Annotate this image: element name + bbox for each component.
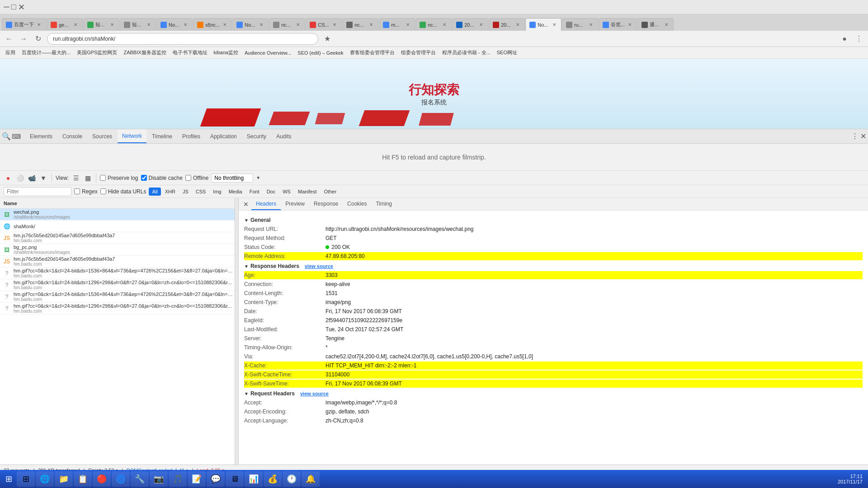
preserve-log-input[interactable] (100, 175, 106, 181)
browser-tab-t10[interactable]: nc... ✕ (342, 18, 378, 31)
tab-close-btn[interactable]: ✕ (478, 22, 484, 28)
bookmark-item[interactable]: ZABBIX服务器监控 (122, 48, 168, 57)
taskbar-app-15[interactable]: 🔔 (302, 471, 320, 487)
filter-btn-other[interactable]: Other (321, 188, 340, 196)
settings-btn[interactable]: ⋮ (854, 33, 864, 44)
tab-close-btn[interactable]: ✕ (663, 22, 670, 28)
resp-view-source[interactable]: view source (305, 263, 333, 269)
browser-tab-t13[interactable]: 20... ✕ (452, 18, 488, 31)
browser-tab-t9[interactable]: CS... ✕ (306, 18, 342, 31)
tab-close-btn[interactable]: ✕ (36, 22, 42, 28)
tab-close-btn[interactable]: ✕ (551, 22, 557, 28)
preserve-log-checkbox[interactable]: Preserve log (100, 175, 138, 181)
regex-checkbox[interactable]: Regex (74, 188, 98, 195)
filter-btn-css[interactable]: CSS (193, 188, 209, 196)
tab-close-btn[interactable]: ✕ (441, 22, 448, 28)
devtools-tab-elements[interactable]: Elements (25, 129, 57, 143)
general-header[interactable]: ▼ General (244, 217, 863, 223)
inspect-element-btn[interactable]: 🔍 (2, 132, 11, 141)
taskbar-app-5[interactable]: 🌀 (112, 471, 130, 487)
tab-close-btn[interactable]: ✕ (405, 22, 411, 28)
bookmark-item[interactable]: SEO (edit) – Geekek (296, 49, 345, 56)
filter-btn-manifest[interactable]: Manifest (295, 188, 320, 196)
taskbar-app-9[interactable]: 📝 (188, 471, 206, 487)
offline-checkbox[interactable]: Offline (185, 175, 208, 181)
taskbar-app-7[interactable]: 📷 (150, 471, 168, 487)
tab-close-btn[interactable]: ✕ (109, 22, 115, 28)
tab-close-btn[interactable]: ✕ (588, 22, 594, 28)
tab-close-btn[interactable]: ✕ (72, 22, 79, 28)
devtools-tab-application[interactable]: Application (206, 129, 241, 143)
devtools-tab-audits[interactable]: Audits (272, 129, 296, 143)
browser-tab-t11[interactable]: m... ✕ (379, 18, 415, 31)
regex-input[interactable] (74, 188, 80, 194)
panel-resizer[interactable] (235, 198, 239, 465)
request-row[interactable]: ? hm.gif?cc=0&ck=1&cl=24-bit&ds=1296×298… (0, 303, 235, 314)
taskbar-app-10[interactable]: 💬 (207, 471, 225, 487)
tab-close-btn[interactable]: ✕ (331, 22, 338, 28)
bookmark-item[interactable]: 电子书下载地址 (171, 48, 209, 57)
tab-close-btn[interactable]: ✕ (514, 22, 521, 28)
filter-btn-js[interactable]: JS (179, 188, 192, 196)
tab-close-btn[interactable]: ✕ (368, 22, 374, 28)
details-close-btn[interactable]: ✕ (241, 201, 251, 208)
browser-tab-t6[interactable]: sf|nc... ✕ (193, 18, 232, 31)
disable-cache-checkbox[interactable]: Disable cache (141, 175, 183, 181)
taskbar-app-13[interactable]: 💰 (264, 471, 282, 487)
back-btn[interactable]: ← (4, 33, 14, 44)
browser-tab-t14[interactable]: 20... ✕ (489, 18, 525, 31)
bookmark-item[interactable]: Audience Overview... (243, 49, 293, 56)
devtools-close-btn[interactable]: ✕ (860, 132, 866, 141)
bookmark-item[interactable]: SEO网址 (495, 48, 519, 57)
tab-close-btn[interactable]: ✕ (258, 22, 264, 28)
browser-tab-t12[interactable]: nc... ✕ (415, 18, 452, 31)
hide-data-urls-checkbox[interactable]: Hide data URLs (100, 188, 146, 195)
request-row[interactable]: 🌐 shaMonk/ (0, 221, 235, 232)
throttle-select[interactable]: No throttlingGPRSRegular 2GGood 2GRegula… (211, 174, 253, 183)
tab-close-btn[interactable]: ✕ (627, 22, 633, 28)
taskbar-app-1[interactable]: 🌐 (36, 471, 54, 487)
taskbar-app-8[interactable]: 🎵 (169, 471, 187, 487)
minimize-btn[interactable]: ─ (4, 2, 9, 12)
details-tab-headers[interactable]: Headers (251, 198, 281, 210)
request-row[interactable]: JS hm.js76c5b5ed20d145ae7d605e99dbbaf43a… (0, 232, 235, 244)
browser-tab-t16[interactable]: ru... ✕ (562, 18, 598, 31)
bookmark-item[interactable]: 百度统计——最大的... (20, 48, 72, 57)
devtools-tab-sources[interactable]: Sources (88, 129, 117, 143)
request-row[interactable]: ? hm.gif?cc=0&ck=1&cl=24-bit&ds=1296×298… (0, 279, 235, 291)
request-row[interactable]: 🖼 bg_pc.png /shaMonk/resources/images (0, 244, 235, 256)
details-tab-cookies[interactable]: Cookies (343, 198, 371, 210)
taskbar-app-14[interactable]: 🕐 (283, 471, 301, 487)
filter-btn-img[interactable]: Img (210, 188, 224, 196)
details-tab-preview[interactable]: Preview (281, 198, 309, 210)
close-btn[interactable]: ✕ (18, 2, 25, 12)
filter-btn-doc[interactable]: Doc (264, 188, 279, 196)
request-row[interactable]: 🖼 wechat.png /shaMonk/resources/images (0, 209, 235, 221)
browser-tab-t3[interactable]: 短... ✕ (83, 18, 119, 31)
filter-btn-media[interactable]: Media (226, 188, 245, 196)
browser-tab-t8[interactable]: nc... ✕ (269, 18, 305, 31)
req-view-source[interactable]: view source (300, 391, 329, 396)
maximize-btn[interactable]: □ (11, 2, 16, 12)
browser-tab-t2[interactable]: ge... ✕ (47, 18, 83, 31)
taskbar-app-12[interactable]: 📊 (245, 471, 263, 487)
devtools-more-btn[interactable]: ⋮ (851, 132, 859, 141)
taskbar-app-0[interactable]: ⊞ (17, 471, 35, 487)
filter-btn-xhr[interactable]: XHR (162, 188, 179, 196)
bookmark-item[interactable]: 应用 (4, 48, 17, 57)
taskbar-app-11[interactable]: 🖥 (226, 471, 244, 487)
browser-tab-t1[interactable]: 百度一下 ✕ (2, 18, 46, 31)
request-row[interactable]: ? hm.gif?cc=0&ck=1&cl=24-bit&ds=1536×864… (0, 291, 235, 303)
devtools-tab-profiles[interactable]: Profiles (178, 129, 205, 143)
browser-tab-t4[interactable]: 短... ✕ (120, 18, 156, 31)
disable-cache-input[interactable] (141, 175, 147, 181)
browser-tab-t18[interactable]: 通... ✕ (637, 18, 674, 31)
devtools-tab-console[interactable]: Console (58, 129, 87, 143)
list-view-btn[interactable]: ☰ (71, 174, 80, 183)
reload-btn[interactable]: ↻ (33, 33, 43, 44)
request-row[interactable]: ? hm.gif?cc=0&ck=1&cl=24-bit&ds=1536×864… (0, 267, 235, 279)
record-btn[interactable]: ● (4, 174, 13, 183)
taskbar-app-6[interactable]: 🔧 (131, 471, 149, 487)
camera-btn[interactable]: 📹 (27, 174, 36, 183)
tab-close-btn[interactable]: ✕ (146, 22, 152, 28)
